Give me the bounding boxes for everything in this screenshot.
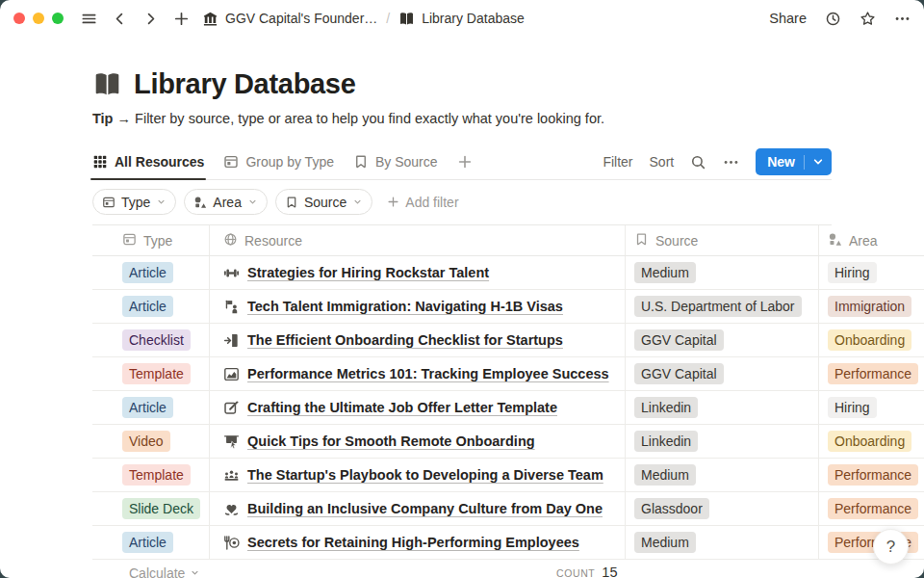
area-cell[interactable]: Onboarding: [819, 425, 924, 458]
app-window: GGV Capital's Founder… / Library Databas…: [0, 0, 924, 578]
help-button[interactable]: ?: [873, 529, 909, 565]
tab-label: By Source: [375, 154, 438, 170]
filter-chip-area[interactable]: Area: [184, 189, 268, 215]
column-header-resource[interactable]: Resource: [210, 225, 626, 255]
door-enter-icon: [223, 332, 240, 349]
chevron-down-icon: [156, 197, 167, 207]
minimize-window-button[interactable]: [33, 13, 44, 24]
source-cell[interactable]: U.S. Department of Labor: [626, 290, 819, 323]
resource-title[interactable]: The Efficient Onboarding Checklist for S…: [247, 332, 563, 348]
area-cell[interactable]: Hiring: [819, 256, 924, 289]
source-tag: GGV Capital: [634, 363, 724, 384]
source-cell[interactable]: GGV Capital: [626, 357, 819, 390]
type-tag: Article: [122, 262, 173, 283]
breadcrumb-workspace[interactable]: GGV Capital's Founder…: [225, 11, 377, 26]
type-cell[interactable]: Article: [92, 290, 210, 323]
new-button-label[interactable]: New: [756, 154, 804, 170]
resource-cell[interactable]: The Startup's Playbook to Developing a D…: [210, 459, 626, 491]
resource-title[interactable]: Quick Tips for Smooth Remote Onboarding: [247, 434, 535, 449]
page-description: Tip → Filter by source, type or area to …: [92, 111, 924, 126]
ellipsis-icon[interactable]: [894, 11, 911, 27]
type-cell[interactable]: Video: [92, 425, 210, 458]
clock-icon[interactable]: [825, 11, 841, 27]
calculate-button[interactable]: Calculate: [92, 565, 200, 578]
resource-title[interactable]: Tech Talent Immigration: Navigating H-1B…: [247, 299, 563, 314]
type-cell[interactable]: Article: [92, 526, 210, 559]
column-header-source[interactable]: Source: [626, 225, 819, 255]
page-icon-book: [92, 69, 122, 99]
breadcrumb-page[interactable]: Library Database: [422, 11, 525, 26]
source-cell[interactable]: Medium: [626, 256, 819, 289]
tab-group-by-type[interactable]: Group by Type: [223, 144, 334, 179]
source-cell[interactable]: Glassdoor: [626, 492, 819, 525]
star-icon[interactable]: [860, 11, 876, 27]
chevron-right-icon[interactable]: [142, 11, 159, 27]
area-cell[interactable]: Onboarding: [819, 324, 924, 356]
zoom-window-button[interactable]: [52, 13, 64, 24]
resource-title[interactable]: Building an Inclusive Company Culture fr…: [247, 501, 603, 516]
resource-title[interactable]: The Startup's Playbook to Developing a D…: [247, 467, 603, 483]
source-cell[interactable]: GGV Capital: [626, 324, 819, 356]
plus-icon: [387, 196, 399, 208]
filter-chip-source[interactable]: Source: [275, 189, 372, 215]
area-cell[interactable]: Performance: [819, 459, 924, 491]
resource-cell[interactable]: Performance Metrics 101: Tracking Employ…: [210, 357, 626, 390]
resource-cell[interactable]: Strategies for Hiring Rockstar Talent: [210, 256, 626, 289]
type-cell[interactable]: Slide Deck: [92, 492, 210, 525]
source-cell[interactable]: Medium: [626, 459, 819, 491]
resource-cell[interactable]: Quick Tips for Smooth Remote Onboarding: [210, 425, 626, 458]
area-cell[interactable]: Hiring: [819, 391, 924, 424]
area-tag: Performance: [828, 464, 918, 486]
column-header-type[interactable]: Type: [92, 225, 210, 255]
heart-hands-icon: [223, 501, 240, 517]
close-window-button[interactable]: [13, 13, 25, 24]
chip-label: Type: [121, 195, 150, 210]
area-tag: Hiring: [828, 262, 877, 283]
tab-all-resources[interactable]: All Resources: [92, 144, 204, 179]
column-header-area[interactable]: Area: [819, 225, 924, 255]
area-cell[interactable]: Immigration: [819, 290, 924, 323]
more-options-icon[interactable]: [723, 154, 739, 171]
resource-cell[interactable]: The Efficient Onboarding Checklist for S…: [210, 324, 626, 356]
area-cell[interactable]: Performance: [819, 357, 924, 390]
search-icon[interactable]: [690, 154, 706, 171]
resource-cell[interactable]: Crafting the Ultimate Job Offer Letter T…: [210, 391, 626, 424]
resource-title[interactable]: Crafting the Ultimate Job Offer Letter T…: [247, 400, 557, 415]
add-view-button[interactable]: [457, 144, 473, 179]
tip-arrow: →: [117, 111, 132, 126]
table-row: ArticleStrategies for Hiring Rockstar Ta…: [92, 256, 924, 290]
plus-icon[interactable]: [173, 11, 190, 27]
tab-by-source[interactable]: By Source: [353, 144, 438, 179]
resource-title[interactable]: Secrets for Retaining High-Performing Em…: [247, 535, 579, 550]
hamburger-icon[interactable]: [81, 11, 97, 27]
resource-cell[interactable]: Building an Inclusive Company Culture fr…: [210, 492, 626, 525]
type-cell[interactable]: Template: [92, 357, 210, 390]
traffic-lights: [13, 13, 64, 24]
filter-chip-type[interactable]: Type: [92, 189, 176, 215]
source-cell[interactable]: Linkedin: [626, 391, 819, 424]
type-cell[interactable]: Template: [92, 459, 210, 491]
area-cell[interactable]: Performance: [819, 492, 924, 525]
type-cell[interactable]: Article: [92, 256, 210, 289]
new-button[interactable]: New: [756, 148, 832, 175]
filter-button[interactable]: Filter: [603, 154, 632, 170]
chevron-left-icon[interactable]: [112, 11, 128, 27]
resource-cell[interactable]: Tech Talent Immigration: Navigating H-1B…: [210, 290, 626, 323]
type-cell[interactable]: Article: [92, 391, 210, 424]
add-filter-button[interactable]: Add filter: [387, 195, 458, 210]
type-cell[interactable]: Checklist: [92, 324, 210, 356]
source-cell[interactable]: Linkedin: [626, 425, 819, 458]
source-cell[interactable]: Medium: [626, 526, 819, 559]
count-value: 15: [602, 565, 617, 578]
sort-button[interactable]: Sort: [650, 154, 675, 170]
view-tabs: All ResourcesGroup by TypeBy Source: [92, 144, 457, 179]
type-tag: Article: [122, 532, 173, 553]
share-button[interactable]: Share: [769, 11, 807, 26]
chip-label: Area: [213, 195, 242, 210]
resource-cell[interactable]: Secrets for Retaining High-Performing Em…: [210, 526, 626, 559]
resource-title[interactable]: Strategies for Hiring Rockstar Talent: [247, 265, 489, 280]
type-tag: Slide Deck: [122, 498, 200, 519]
chevron-down-icon[interactable]: [805, 155, 832, 169]
chevron-down-icon: [352, 197, 363, 207]
resource-title[interactable]: Performance Metrics 101: Tracking Employ…: [247, 366, 609, 381]
